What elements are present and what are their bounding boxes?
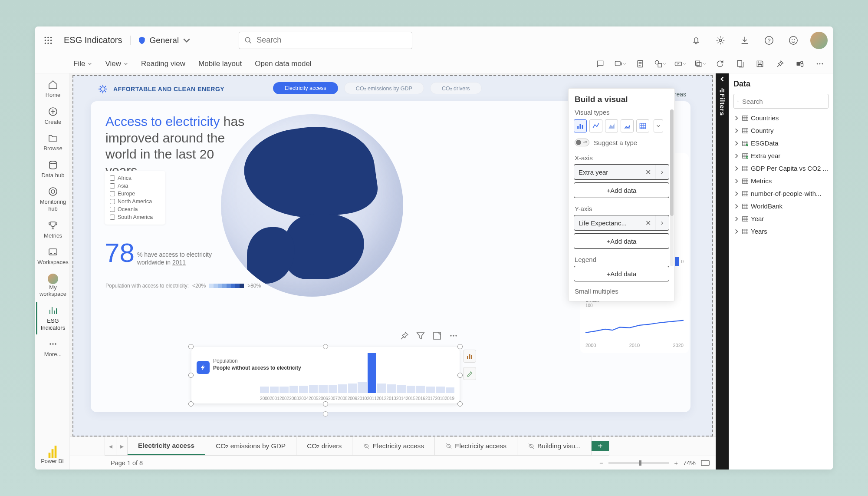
y-axis-add-data[interactable]: +Add data xyxy=(574,233,669,249)
bar-2006[interactable] xyxy=(319,385,328,393)
region-north-america[interactable]: North America xyxy=(110,198,160,205)
tab-electricity-access-2[interactable]: Electricity access xyxy=(352,437,435,455)
table-country[interactable]: Country xyxy=(733,126,829,136)
data-search-input[interactable] xyxy=(742,98,825,105)
table-extra-year[interactable]: Extra year xyxy=(733,151,829,161)
pin-button[interactable] xyxy=(774,58,786,70)
bar-2014[interactable] xyxy=(397,385,406,393)
visual-type-table[interactable] xyxy=(636,119,649,132)
global-search[interactable] xyxy=(239,32,412,49)
nav-esg-indicators[interactable]: ESG Indicators xyxy=(36,302,69,334)
tabs-next[interactable]: ▸ xyxy=(116,437,128,455)
app-launcher[interactable] xyxy=(40,33,56,48)
fit-to-page-icon[interactable] xyxy=(701,460,710,466)
field-menu-button[interactable]: › xyxy=(655,164,669,180)
panel-scrollbar[interactable] xyxy=(670,109,674,266)
table-worldbank[interactable]: WorldBank xyxy=(733,201,829,211)
more-button[interactable] xyxy=(814,58,826,70)
notifications-button[interactable] xyxy=(689,33,704,48)
region-oceania[interactable]: Oceania xyxy=(110,206,160,212)
pill-electricity-access[interactable]: Electricity access xyxy=(273,82,338,94)
duplicate-page-button[interactable] xyxy=(734,58,746,70)
search-input[interactable] xyxy=(256,36,407,45)
shapes-button[interactable] xyxy=(654,58,666,70)
teams-chat-button[interactable] xyxy=(614,58,626,70)
nav-browse[interactable]: Browse xyxy=(36,129,69,155)
field-menu-button[interactable]: › xyxy=(655,215,669,231)
visual-type-line[interactable] xyxy=(589,119,602,132)
legend-add-data[interactable]: +Add data xyxy=(574,266,669,281)
bar-2001[interactable] xyxy=(270,387,279,393)
bar-2003[interactable] xyxy=(289,386,299,393)
zoom-slider[interactable] xyxy=(608,462,669,464)
nav-more[interactable]: More... xyxy=(36,335,69,361)
bar-2015[interactable] xyxy=(407,386,416,393)
table-gdp-per-capita-vs-co2-[interactable]: GDP Per Capita vs CO2 ... xyxy=(733,163,829,173)
bar-2000[interactable] xyxy=(260,387,269,393)
bar-2011[interactable] xyxy=(368,353,377,393)
buttons-button[interactable] xyxy=(674,58,686,70)
filters-pane-collapsed[interactable]: Filters xyxy=(716,73,729,470)
download-button[interactable] xyxy=(737,33,752,48)
feedback-button[interactable] xyxy=(786,33,801,48)
bar-2016[interactable] xyxy=(416,386,425,393)
visual-type-column[interactable] xyxy=(574,119,587,132)
reading-view-button[interactable]: Reading view xyxy=(141,60,185,68)
zoom-in-button[interactable]: + xyxy=(674,460,678,466)
nav-data-hub[interactable]: Data hub xyxy=(36,156,69,182)
suggest-type-toggle[interactable]: Off xyxy=(575,139,589,146)
open-data-model-button[interactable]: Open data model xyxy=(255,60,311,68)
nav-my-workspace[interactable]: My workspace xyxy=(36,270,69,301)
file-menu[interactable]: File xyxy=(73,60,92,68)
build-visual-panel[interactable]: Build a visual Visual types Off xyxy=(568,88,675,301)
visual-type-area[interactable] xyxy=(605,119,618,132)
bar-2005[interactable] xyxy=(309,385,318,393)
x-axis-add-data[interactable]: +Add data xyxy=(574,182,669,198)
bar-2017[interactable] xyxy=(426,387,435,393)
view-menu[interactable]: View xyxy=(105,60,128,68)
save-button[interactable] xyxy=(754,58,766,70)
filter-visual-icon[interactable] xyxy=(415,331,426,341)
help-button[interactable]: ? xyxy=(762,33,776,48)
on-object-fields-button[interactable] xyxy=(463,350,476,363)
selected-bar-visual[interactable]: PopulationPeople without access to elect… xyxy=(191,347,460,403)
focus-visual-icon[interactable] xyxy=(432,331,442,341)
add-page-button[interactable]: + xyxy=(592,441,609,451)
tab-electricity-access[interactable]: Electricity access xyxy=(128,437,205,455)
remove-field-button[interactable]: ✕ xyxy=(641,164,655,180)
bar-2002[interactable] xyxy=(279,387,289,393)
bar-2007[interactable] xyxy=(329,385,338,393)
nav-workspaces[interactable]: Workspaces xyxy=(36,243,69,269)
table-esgdata[interactable]: ESGData xyxy=(733,138,829,148)
tab-co2-gdp[interactable]: CO₂ emissions by GDP xyxy=(205,437,296,455)
pill-co2-gdp[interactable]: CO₂ emissions by GDP xyxy=(344,82,424,94)
tab-building-visual[interactable]: Building visu... xyxy=(517,437,592,455)
nav-home[interactable]: Home xyxy=(36,76,69,102)
sensitivity-dropdown[interactable]: General xyxy=(130,36,191,45)
settings-button[interactable] xyxy=(713,33,728,48)
table-year[interactable]: Year xyxy=(733,214,829,224)
table-metrics[interactable]: Metrics xyxy=(733,176,829,186)
zoom-out-button[interactable]: − xyxy=(599,460,603,466)
x-axis-field[interactable]: Extra year✕› xyxy=(574,164,669,180)
table-years[interactable]: Years xyxy=(733,226,829,236)
y-axis-field[interactable]: Life Expectanc...✕› xyxy=(574,215,669,231)
visual-type-stacked-area[interactable] xyxy=(621,119,634,132)
bar-2019[interactable] xyxy=(446,387,455,393)
chat-button[interactable] xyxy=(594,58,606,70)
remove-field-button[interactable]: ✕ xyxy=(641,215,655,231)
user-avatar[interactable] xyxy=(810,32,828,49)
bar-2008[interactable] xyxy=(338,384,347,393)
bar-2013[interactable] xyxy=(387,384,396,393)
region-europe[interactable]: Europe xyxy=(110,191,160,197)
world-map-visual[interactable] xyxy=(221,114,403,297)
region-africa[interactable]: Africa xyxy=(110,175,160,181)
tab-co2-drivers[interactable]: CO₂ drivers xyxy=(296,437,352,455)
tab-electricity-access-3[interactable]: Electricity access xyxy=(435,437,517,455)
region-asia[interactable]: Asia xyxy=(110,183,160,189)
more-visual-icon[interactable] xyxy=(448,331,459,341)
textbox-button[interactable] xyxy=(634,58,646,70)
teams-button[interactable] xyxy=(794,58,806,70)
bar-2009[interactable] xyxy=(348,384,357,393)
nav-metrics[interactable]: Metrics xyxy=(36,217,69,243)
